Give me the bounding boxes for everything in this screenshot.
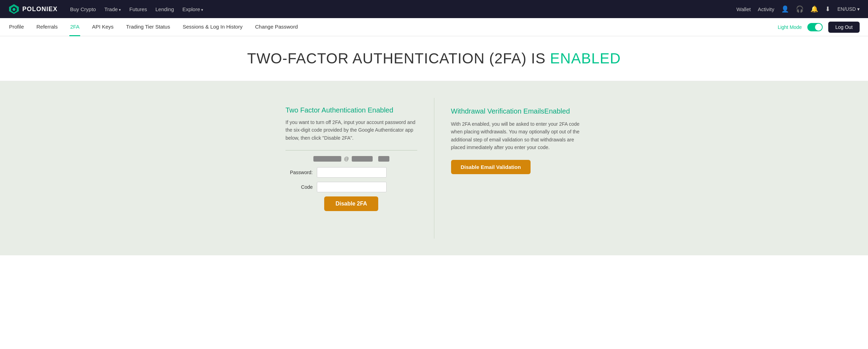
logo[interactable]: POLONIEX [8, 3, 58, 15]
at-symbol: @ [344, 156, 349, 162]
hero-banner: TWO-FACTOR AUTHENTICATION (2FA) IS ENABL… [0, 36, 868, 81]
light-mode-label: Light Mode [778, 24, 802, 30]
hero-title: TWO-FACTOR AUTHENTICATION (2FA) IS ENABL… [8, 50, 860, 67]
subnav-sessions[interactable]: Sessions & Log In History [182, 18, 243, 36]
subnav-change-password[interactable]: Change Password [254, 18, 299, 36]
top-navigation: POLONIEX Buy Crypto Trade Futures Lendin… [0, 0, 868, 18]
nav-activity[interactable]: Activity [758, 6, 775, 12]
code-input[interactable] [317, 182, 387, 192]
brand-name: POLONIEX [22, 6, 58, 13]
nav-lending[interactable]: Lending [155, 6, 174, 12]
nav-wallet[interactable]: Wallet [737, 6, 751, 12]
download-icon[interactable]: ⬇ [825, 5, 830, 13]
code-label: Code [285, 184, 317, 190]
nav-explore[interactable]: Explore [182, 6, 203, 12]
email-blur-1 [313, 156, 341, 162]
sub-navigation: Profile Referrals 2FA API Keys Trading T… [0, 18, 868, 36]
hero-title-prefix: TWO-FACTOR AUTHENTICATION (2FA) IS [247, 50, 550, 67]
subnav-right: Light Mode Log Out [778, 22, 860, 33]
password-input[interactable] [317, 167, 387, 178]
bell-icon[interactable]: 🔔 [810, 5, 818, 13]
nav-futures[interactable]: Futures [129, 6, 147, 12]
email-display-row: @ [285, 156, 417, 162]
headset-icon[interactable]: 🎧 [796, 5, 804, 13]
toggle-knob [815, 24, 822, 31]
left-panel-description: If you want to turn off 2FA, input your … [285, 118, 417, 142]
password-label: Password: [285, 170, 317, 175]
currency-selector[interactable]: EN/USD [837, 6, 860, 12]
nav-trade[interactable]: Trade [104, 6, 121, 12]
right-panel-title: Withdrawal Verification EmailsEnabled [451, 106, 583, 116]
right-panel-description: With 2FA enabled, you will be asked to e… [451, 120, 583, 152]
hero-title-status: ENABLED [550, 50, 621, 67]
subnav-2fa[interactable]: 2FA [69, 18, 80, 36]
top-nav-right: Wallet Activity 👤 🎧 🔔 ⬇ EN/USD [737, 5, 860, 13]
light-mode-toggle[interactable] [807, 23, 823, 31]
top-nav-links: Buy Crypto Trade Futures Lending Explore [70, 6, 727, 12]
left-panel: Two Factor Authentication Enabled If you… [277, 98, 434, 239]
subnav-profile[interactable]: Profile [8, 18, 25, 36]
main-content: Two Factor Authentication Enabled If you… [0, 81, 868, 255]
nav-buy-crypto[interactable]: Buy Crypto [70, 6, 96, 12]
email-blur-2 [352, 156, 373, 162]
right-panel: Withdrawal Verification EmailsEnabled Wi… [434, 98, 591, 239]
left-panel-title: Two Factor Authentication Enabled [285, 106, 417, 114]
password-row: Password: [285, 167, 417, 178]
user-icon[interactable]: 👤 [781, 5, 789, 13]
code-row: Code [285, 182, 417, 192]
logout-button[interactable]: Log Out [828, 22, 860, 33]
disable-2fa-button[interactable]: Disable 2FA [324, 196, 378, 211]
subnav-api-keys[interactable]: API Keys [91, 18, 114, 36]
disable-email-validation-button[interactable]: Disable Email Validation [451, 160, 531, 174]
subnav-trading-tier[interactable]: Trading Tier Status [125, 18, 171, 36]
divider [285, 150, 417, 150]
subnav-referrals[interactable]: Referrals [36, 18, 59, 36]
email-icon-blur [378, 156, 389, 162]
content-wrapper: Two Factor Authentication Enabled If you… [277, 98, 591, 239]
